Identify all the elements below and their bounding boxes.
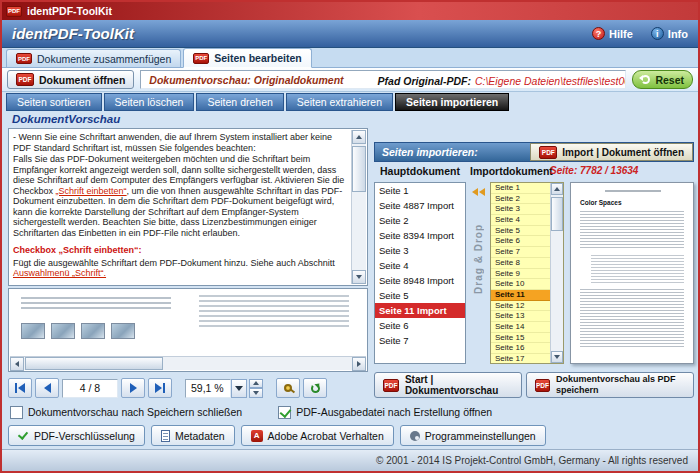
- import-list-item[interactable]: Seite 17: [491, 354, 550, 363]
- help-button[interactable]: ? Hilfe: [592, 27, 633, 40]
- first-page-icon: [15, 383, 17, 393]
- first-page-button[interactable]: [8, 378, 32, 398]
- menu-seiten-importieren[interactable]: Seiten importieren: [395, 93, 509, 111]
- import-list-item[interactable]: Seite 5: [491, 226, 550, 237]
- import-list-item[interactable]: Seite 14: [491, 322, 550, 333]
- footer-button-row: PDF-Verschlüsselung Metadaten A Adobe Ac…: [2, 422, 698, 449]
- scrollbar-thumb[interactable]: [551, 197, 563, 231]
- save-preview-as-pdf-button[interactable]: PDF Dokumentvorschau als PDF speichern: [526, 372, 694, 398]
- import-list-item[interactable]: Seite 12: [491, 301, 550, 312]
- main-list-item[interactable]: Seite 11 Import: [375, 303, 465, 318]
- pdf-encryption-label: PDF-Verschlüsselung: [34, 430, 135, 442]
- main-list-item[interactable]: Seite 2: [375, 213, 465, 228]
- app-title: identPDF-ToolKit: [12, 25, 134, 42]
- import-list-item[interactable]: Seite 15: [491, 333, 550, 344]
- refresh-preview-button[interactable]: [303, 378, 327, 398]
- adobe-acrobat-behavior-label: Adobe Acrobat Verhalten: [268, 430, 384, 442]
- help-link-auswahlmenu: Auswahlmenü „Schrift“.: [13, 268, 106, 278]
- document-preview-pane[interactable]: [8, 288, 368, 372]
- scroll-up-button[interactable]: [551, 183, 563, 195]
- zoom-tool-button[interactable]: [276, 378, 300, 398]
- tab-label: Dokumente zusammenfügen: [37, 53, 171, 65]
- page-image: [21, 323, 45, 339]
- program-settings-label: Programmeinstellungen: [425, 430, 536, 442]
- main-list-item[interactable]: Seite 5: [375, 288, 465, 303]
- scroll-left-button[interactable]: [10, 357, 24, 371]
- app-header: identPDF-ToolKit ? Hilfe i Info: [2, 20, 698, 48]
- arrow-down-icon: [554, 355, 560, 359]
- program-settings-button[interactable]: Programmeinstellungen: [400, 425, 546, 446]
- tab-seiten-bearbeiten[interactable]: PDF Seiten bearbeiten: [183, 48, 312, 68]
- page-number-field[interactable]: 4 / 8: [62, 379, 118, 398]
- status-bar: © 2001 - 2014 IS Projekt-Control GmbH, G…: [2, 449, 698, 471]
- scroll-right-button[interactable]: [352, 357, 366, 371]
- import-list-item[interactable]: Seite 9: [491, 269, 550, 280]
- zoom-decrease-button[interactable]: [249, 388, 263, 398]
- main-list-item[interactable]: Seite 3: [375, 243, 465, 258]
- pdf-icon: PDF: [16, 53, 32, 64]
- import-page-thumbnail[interactable]: Color Spaces: [570, 182, 694, 364]
- zoom-value-field[interactable]: 59,1 %: [185, 379, 231, 398]
- main-list-item[interactable]: Seite 4: [375, 258, 465, 273]
- import-list-item[interactable]: Seite 6: [491, 236, 550, 247]
- import-list-item[interactable]: Seite 3: [491, 204, 550, 215]
- reset-button[interactable]: Reset: [632, 70, 693, 89]
- scroll-up-button[interactable]: [352, 130, 366, 144]
- help-scrollbar[interactable]: [351, 130, 366, 284]
- options-row: Dokumentvorschau nach Speichern schließe…: [2, 402, 698, 422]
- import-list-item[interactable]: Seite 13: [491, 311, 550, 322]
- menu-seiten-sortieren[interactable]: Seiten sortieren: [6, 93, 102, 111]
- drag-drop-label: Drag & Drop: [473, 224, 484, 294]
- pdf-encryption-button[interactable]: PDF-Verschlüsselung: [8, 425, 145, 446]
- import-document-list[interactable]: Seite 1Seite 2Seite 3Seite 4Seite 5Seite…: [491, 183, 550, 363]
- start-preview-button[interactable]: PDF Start | Dokumentvorschau: [374, 372, 522, 398]
- open-after-create-checkbox[interactable]: [278, 406, 291, 419]
- main-document-header: Hauptdokument: [380, 165, 460, 177]
- import-list-item[interactable]: Seite 2: [491, 194, 550, 205]
- import-open-document-button[interactable]: PDF Import | Dokument öffnen: [530, 143, 693, 161]
- option-close-after-save[interactable]: Dokumentvorschau nach Speichern schließe…: [10, 406, 242, 419]
- tab-dokumente-zusammenfuegen[interactable]: PDF Dokumente zusammenfügen: [6, 49, 181, 67]
- preview-navigation-bar: 4 / 8 59,1 %: [8, 376, 368, 400]
- import-list-item[interactable]: Seite 11: [491, 290, 550, 301]
- adobe-acrobat-behavior-button[interactable]: A Adobe Acrobat Verhalten: [241, 425, 394, 446]
- zoom-dropdown-button[interactable]: [231, 379, 247, 398]
- next-page-button[interactable]: [121, 378, 145, 398]
- zoom-increase-button[interactable]: [249, 379, 263, 389]
- import-list-scrollbar[interactable]: [550, 183, 563, 363]
- main-list-item[interactable]: Seite 1: [375, 183, 465, 198]
- info-button[interactable]: i Info: [651, 27, 688, 40]
- import-list-item[interactable]: Seite 10: [491, 279, 550, 290]
- scroll-down-button[interactable]: [551, 351, 563, 363]
- menu-seiten-loeschen[interactable]: Seiten löschen: [104, 93, 195, 111]
- open-document-button[interactable]: PDF Dokument öffnen: [7, 70, 134, 89]
- last-page-icon: [163, 383, 165, 393]
- option-open-after-create[interactable]: PDF-Ausgabedatei nach Erstellung öffnen: [278, 406, 492, 419]
- drag-drop-zone[interactable]: Drag & Drop: [466, 182, 490, 364]
- main-document-list[interactable]: Seite 1Seite 4887 ImportSeite 2Seite 839…: [374, 182, 466, 364]
- close-after-save-checkbox[interactable]: [10, 406, 23, 419]
- import-list-item[interactable]: Seite 1: [491, 183, 550, 194]
- main-area: DokumentVorschau - Wenn Sie eine Schrift…: [2, 112, 698, 402]
- scrollbar-thumb[interactable]: [25, 357, 163, 370]
- menu-seiten-drehen[interactable]: Seiten drehen: [196, 93, 283, 111]
- magnifier-icon: [284, 384, 292, 392]
- import-list-item[interactable]: Seite 8: [491, 258, 550, 269]
- import-list-item[interactable]: Seite 16: [491, 343, 550, 354]
- main-list-item[interactable]: Seite 4887 Import: [375, 198, 465, 213]
- metadata-button[interactable]: Metadaten: [151, 425, 235, 446]
- preview-h-scrollbar[interactable]: [10, 356, 366, 370]
- main-list-item[interactable]: Seite 8948 Import: [375, 273, 465, 288]
- previous-page-button[interactable]: [35, 378, 59, 398]
- scroll-down-button[interactable]: [352, 270, 366, 284]
- thumbnail-text-lines: [591, 255, 684, 283]
- import-list-item[interactable]: Seite 7: [491, 247, 550, 258]
- scrollbar-thumb[interactable]: [352, 146, 366, 192]
- main-list-item[interactable]: Seite 7: [375, 333, 465, 348]
- import-list-item[interactable]: Seite 4: [491, 215, 550, 226]
- arrow-right-icon: [155, 383, 162, 393]
- last-page-button[interactable]: [148, 378, 172, 398]
- main-list-item[interactable]: Seite 8394 Import: [375, 228, 465, 243]
- menu-seiten-extrahieren[interactable]: Seiten extrahieren: [286, 93, 393, 111]
- main-list-item[interactable]: Seite 6: [375, 318, 465, 333]
